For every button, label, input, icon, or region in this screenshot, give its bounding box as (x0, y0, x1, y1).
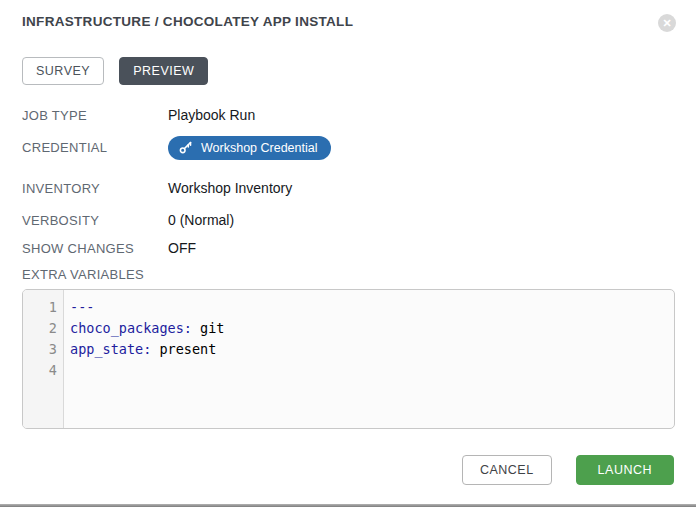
yaml-token: app_state: (70, 341, 151, 357)
close-button[interactable]: ✕ (658, 14, 676, 32)
yaml-token: --- (70, 299, 94, 315)
field-row-verbosity: VERBOSITY 0 (Normal) (22, 210, 696, 230)
inventory-label: INVENTORY (22, 181, 168, 196)
field-row-job-type: JOB TYPE Playbook Run (22, 105, 696, 125)
field-row-inventory: INVENTORY Workshop Inventory (22, 178, 696, 198)
extra-variables-editor[interactable]: 1 2 3 4 --- choco_packages: git app_stat… (22, 289, 675, 429)
field-list: JOB TYPE Playbook Run CREDENTIAL Worksho… (0, 105, 696, 258)
code-line: choco_packages: git (70, 318, 674, 339)
line-number: 1 (23, 297, 63, 318)
modal-title: INFRASTRUCTURE / CHOCOLATEY APP INSTALL (22, 14, 353, 30)
code-line: --- (70, 297, 674, 318)
yaml-token: choco_packages: (70, 320, 192, 336)
job-type-value: Playbook Run (168, 107, 255, 123)
tab-survey[interactable]: SURVEY (22, 57, 104, 85)
verbosity-value: 0 (Normal) (168, 212, 234, 228)
job-launch-prompt-modal: INFRASTRUCTURE / CHOCOLATEY APP INSTALL … (0, 0, 696, 515)
yaml-token: present (151, 341, 216, 357)
verbosity-label: VERBOSITY (22, 213, 168, 228)
credential-badge-label: Workshop Credential (201, 141, 318, 155)
editor-code-area[interactable]: --- choco_packages: git app_state: prese… (64, 290, 674, 428)
credential-badge[interactable]: Workshop Credential (168, 136, 331, 160)
launch-button[interactable]: LAUNCH (576, 455, 674, 485)
close-icon: ✕ (662, 17, 671, 29)
inventory-value: Workshop Inventory (168, 180, 292, 196)
job-type-label: JOB TYPE (22, 108, 168, 123)
code-line: app_state: present (70, 339, 674, 360)
key-icon (179, 141, 192, 154)
field-row-credential: CREDENTIAL Workshop Credential (22, 135, 696, 160)
credential-value: Workshop Credential (168, 136, 331, 160)
show-changes-value: OFF (168, 240, 196, 256)
credential-label: CREDENTIAL (22, 140, 168, 155)
show-changes-label: SHOW CHANGES (22, 241, 168, 256)
line-number: 2 (23, 318, 63, 339)
modal-header: INFRASTRUCTURE / CHOCOLATEY APP INSTALL … (0, 14, 696, 32)
line-number: 4 (23, 360, 63, 381)
extra-variables-label: EXTRA VARIABLES (22, 266, 696, 284)
tab-preview[interactable]: PREVIEW (119, 57, 208, 85)
line-number: 3 (23, 339, 63, 360)
modal-footer: CANCEL LAUNCH (0, 455, 696, 485)
tab-bar: SURVEY PREVIEW (22, 57, 696, 85)
editor-gutter: 1 2 3 4 (23, 290, 64, 428)
field-row-show-changes: SHOW CHANGES OFF (22, 238, 696, 258)
window-bottom-edge (0, 504, 696, 507)
cancel-button[interactable]: CANCEL (462, 455, 552, 485)
yaml-token: git (192, 320, 225, 336)
